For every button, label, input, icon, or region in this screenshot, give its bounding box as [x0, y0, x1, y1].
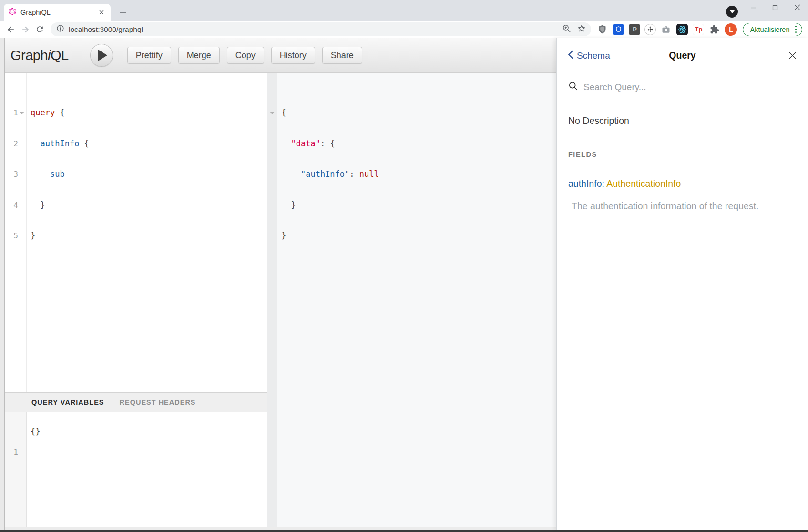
minimize-icon[interactable] — [742, 0, 764, 15]
fields-section-label: FIELDS — [568, 151, 797, 158]
browser-tab[interactable]: GraphiQL — [4, 4, 111, 21]
url-text[interactable]: localhost:3000/graphql — [69, 25, 562, 34]
variables-editor[interactable]: 1 {} — [5, 412, 267, 527]
forward-icon[interactable] — [18, 22, 32, 37]
history-button[interactable]: History — [271, 47, 315, 64]
merge-button[interactable]: Merge — [178, 47, 220, 64]
page-info-icon[interactable] — [56, 24, 64, 34]
graphiql-page: GraphiQL Prettify Merge Copy History Sha… — [0, 38, 808, 530]
docs-search-input[interactable] — [583, 82, 774, 92]
maximize-icon[interactable] — [764, 0, 786, 15]
variables-code[interactable]: {} — [27, 412, 40, 527]
close-window-icon[interactable] — [786, 0, 808, 15]
p-extension-icon[interactable]: P — [628, 23, 641, 36]
result-json: { "data": { "authInfo": null } } — [277, 73, 379, 527]
copy-button[interactable]: Copy — [227, 47, 264, 64]
fold-arrow-icon[interactable] — [20, 112, 24, 114]
profile-avatar[interactable]: L — [725, 23, 737, 36]
move-tool-icon[interactable] — [644, 24, 656, 35]
variables-editor-gutter: 1 — [5, 412, 27, 527]
docs-search-row — [557, 73, 808, 101]
react-devtools-icon[interactable] — [676, 23, 688, 36]
tab-close-icon[interactable] — [97, 8, 106, 17]
extensions-puzzle-icon[interactable] — [708, 23, 721, 36]
execute-button[interactable] — [90, 44, 113, 67]
ublock-icon[interactable] — [596, 23, 608, 36]
field-description: The authentication information of the re… — [572, 201, 797, 212]
graphiql-main: GraphiQL Prettify Merge Copy History Sha… — [5, 38, 556, 530]
camera-icon[interactable] — [660, 23, 672, 36]
browser-update-button[interactable]: Aktualisieren — [743, 23, 802, 36]
graphql-favicon — [9, 8, 16, 17]
prettify-button[interactable]: Prettify — [127, 47, 171, 64]
update-label: Aktualisieren — [750, 26, 789, 33]
field-type-link[interactable]: AuthenticationInfo — [606, 178, 681, 189]
secondary-editor-tabs: QUERY VARIABLES REQUEST HEADERS — [5, 392, 267, 412]
url-input[interactable]: localhost:3000/graphql — [51, 22, 591, 36]
tab-search-icon[interactable] — [726, 6, 738, 18]
editor-panes: 1 2 3 4 5 query { authInfo { sub } } — [5, 73, 556, 527]
field-name-link[interactable]: authInfo — [568, 178, 602, 189]
docs-close-icon[interactable] — [788, 51, 798, 61]
extensions-row: P Tp — [594, 23, 804, 36]
fields-divider — [568, 166, 808, 166]
docs-header: Query Schema — [557, 38, 808, 73]
query-editor-gutter: 1 2 3 4 5 — [5, 73, 27, 392]
window-controls — [742, 0, 808, 15]
docs-back-label: Schema — [577, 51, 610, 61]
tab-request-headers[interactable]: REQUEST HEADERS — [120, 399, 196, 406]
docs-back-link[interactable]: Schema — [567, 50, 610, 61]
menu-kebab-icon[interactable] — [794, 25, 798, 34]
result-gutter — [267, 73, 277, 527]
result-fold-arrow-icon[interactable] — [270, 112, 275, 114]
address-bar: localhost:3000/graphql P — [0, 21, 808, 38]
graphiql-logo: GraphiQL — [10, 48, 69, 63]
reload-icon[interactable] — [32, 22, 47, 37]
tab-query-variables[interactable]: QUERY VARIABLES — [31, 399, 104, 406]
window-left-edge — [0, 38, 5, 530]
bookmark-star-icon[interactable] — [577, 24, 586, 35]
query-editor-column: 1 2 3 4 5 query { authInfo { sub } } — [5, 73, 267, 527]
docs-panel: Query Schema No Description FIELDS authI — [556, 38, 808, 530]
graphiql-toolbar: GraphiQL Prettify Merge Copy History Sha… — [5, 38, 556, 73]
browser-titlebar: GraphiQL — [0, 0, 808, 21]
new-tab-icon[interactable] — [116, 6, 130, 19]
play-icon — [98, 50, 107, 61]
query-editor[interactable]: 1 2 3 4 5 query { authInfo { sub } } — [5, 73, 267, 392]
toolbar-buttons: Prettify Merge Copy History Share — [127, 47, 362, 64]
type-description: No Description — [568, 115, 797, 126]
tampermonkey-icon[interactable]: Tp — [692, 23, 705, 36]
share-button[interactable]: Share — [322, 47, 362, 64]
query-code[interactable]: query { authInfo { sub } } — [27, 73, 89, 392]
field-row: authInfo: AuthenticationInfo — [568, 178, 797, 189]
bitwarden-icon[interactable] — [612, 23, 624, 36]
horizontal-scrollbar-track[interactable] — [5, 527, 556, 530]
zoom-icon[interactable] — [562, 24, 571, 35]
result-pane: { "data": { "authInfo": null } } — [267, 73, 556, 527]
chevron-left-icon — [567, 50, 573, 61]
tab-title: GraphiQL — [20, 9, 97, 16]
search-icon — [568, 81, 578, 93]
back-icon[interactable] — [4, 22, 18, 37]
docs-content: No Description FIELDS authInfo: Authenti… — [557, 101, 808, 212]
